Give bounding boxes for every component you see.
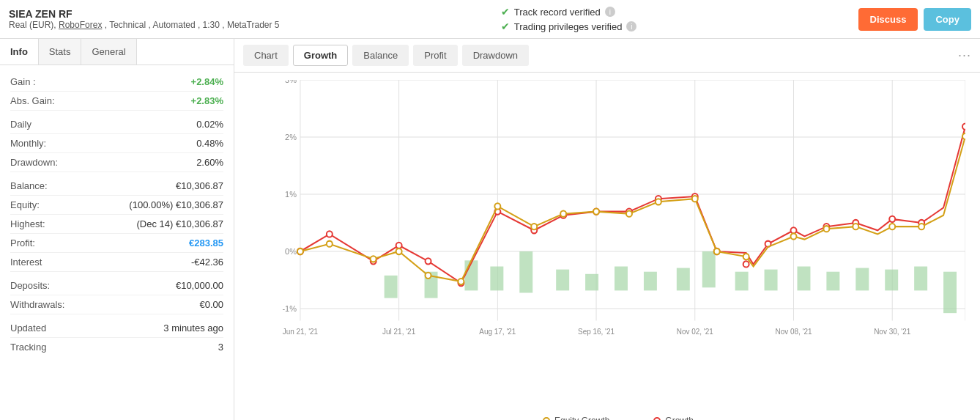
svg-text:-1%: -1% [282, 304, 297, 313]
svg-text:Nov 02, '21: Nov 02, '21 [677, 328, 713, 336]
svg-rect-44 [943, 272, 957, 313]
highest-value: (Dec 14) €10,306.87 [136, 218, 223, 229]
discuss-button[interactable]: Discuss [858, 8, 918, 31]
svg-text:Sep 16, '21: Sep 16, '21 [578, 328, 615, 336]
svg-rect-33 [615, 267, 628, 291]
highest-label: Highest: [10, 218, 45, 229]
withdrawals-label: Withdrawals: [10, 299, 64, 310]
svg-point-69 [371, 256, 376, 262]
gain-label: Gain : [10, 76, 36, 87]
withdrawals-value: €0.00 [199, 299, 223, 310]
deposits-label: Deposits: [10, 280, 50, 291]
svg-point-66 [962, 124, 965, 130]
svg-point-81 [743, 254, 749, 259]
legend-growth-dot [653, 417, 661, 420]
trading-privileges-label: Trading privileges verified [514, 21, 623, 32]
check-icon-1: ✔ [501, 6, 510, 18]
svg-rect-39 [797, 267, 810, 291]
header: SIEA ZEN RF Real (EUR), RoboForex , Tech… [0, 0, 980, 39]
svg-point-73 [494, 203, 500, 209]
stats-table: Gain : +2.84% Abs. Gain: +2.83% Daily 0.… [0, 65, 234, 364]
svg-point-67 [297, 248, 303, 254]
right-panel: Chart Growth Balance Profit Drawdown ··· [234, 39, 980, 420]
chart-tab-drawdown[interactable]: Drawdown [462, 45, 529, 66]
svg-rect-37 [735, 272, 749, 291]
svg-point-86 [918, 224, 924, 229]
stat-deposits: Deposits: €10,000.00 [10, 276, 223, 295]
monthly-value: 0.48% [196, 138, 223, 149]
stat-highest: Highest: (Dec 14) €10,306.87 [10, 215, 223, 234]
main-content: Info Stats General Gain : +2.84% Abs. Ga… [0, 39, 980, 420]
copy-button[interactable]: Copy [924, 8, 971, 31]
svg-text:3%: 3% [285, 80, 297, 84]
broker-link[interactable]: RoboForex [59, 20, 102, 30]
chart-more-options[interactable]: ··· [958, 48, 971, 63]
svg-point-71 [426, 273, 431, 279]
svg-rect-32 [585, 274, 598, 291]
svg-rect-38 [765, 270, 778, 291]
svg-rect-41 [855, 268, 869, 291]
legend-growth: Growth [631, 416, 694, 420]
account-title: SIEA ZEN RF [9, 8, 280, 20]
drawdown-value: 2.60% [196, 157, 223, 168]
tab-general[interactable]: General [81, 39, 136, 65]
profit-label: Profit: [10, 237, 35, 248]
deposits-value: €10,000.00 [176, 280, 223, 291]
stat-balance: Balance: €10,306.87 [10, 177, 223, 196]
svg-text:Nov 08, '21: Nov 08, '21 [775, 328, 812, 336]
chart-tab-chart[interactable]: Chart [243, 45, 289, 66]
left-panel: Info Stats General Gain : +2.84% Abs. Ga… [0, 39, 234, 420]
track-record-verified: ✔ Track record verified i [501, 6, 637, 18]
stat-interest: Interest -€42.36 [10, 253, 223, 272]
gain-value: +2.84% [191, 76, 223, 87]
tab-stats[interactable]: Stats [39, 39, 82, 65]
legend-equity-label: Equity Growth [554, 416, 609, 420]
chart-tab-profit[interactable]: Profit [413, 45, 457, 66]
updated-value: 3 minutes ago [163, 323, 223, 334]
svg-point-46 [327, 231, 333, 237]
svg-rect-31 [556, 270, 569, 291]
abs-gain-label: Abs. Gain: [10, 95, 55, 106]
tab-info[interactable]: Info [0, 39, 39, 65]
svg-text:Jun 21, '21: Jun 21, '21 [283, 328, 319, 336]
stat-withdrawals: Withdrawals: €0.00 [10, 295, 223, 314]
svg-point-48 [396, 243, 402, 248]
svg-text:Aug 17, '21: Aug 17, '21 [479, 328, 516, 336]
stat-abs-gain: Abs. Gain: +2.83% [10, 92, 223, 111]
svg-point-80 [714, 248, 720, 254]
abs-gain-value: +2.83% [191, 95, 223, 106]
stat-updated: Updated 3 minutes ago [10, 319, 223, 338]
chart-tab-balance[interactable]: Balance [352, 45, 409, 66]
tracking-label: Tracking [10, 342, 46, 353]
growth-chart: 3% 2% 1% 0% -1% Jun 21, '21 Jul 21, '21 … [271, 80, 965, 366]
stat-daily: Daily 0.02% [10, 115, 223, 134]
svg-rect-34 [644, 272, 657, 291]
svg-point-68 [327, 241, 333, 247]
chart-area: 3% 2% 1% 0% -1% Jun 21, '21 Jul 21, '21 … [234, 73, 980, 410]
info-icon-1[interactable]: i [605, 7, 615, 17]
svg-point-64 [889, 216, 895, 222]
svg-point-83 [823, 226, 829, 232]
monthly-label: Monthly: [10, 138, 46, 149]
tracking-value: 3 [218, 342, 223, 353]
check-icon-2: ✔ [501, 21, 510, 32]
track-record-label: Track record verified [514, 7, 601, 18]
info-icon-2[interactable]: i [626, 21, 636, 32]
trading-privileges-verified: ✔ Trading privileges verified i [501, 21, 637, 32]
equity-value: (100.00%) €10,306.87 [129, 199, 223, 210]
svg-point-77 [626, 211, 632, 217]
svg-point-87 [962, 133, 965, 139]
svg-rect-40 [826, 272, 839, 291]
daily-value: 0.02% [196, 119, 223, 130]
account-subtitle: Real (EUR), RoboForex , Technical , Auto… [9, 20, 280, 30]
svg-text:Jul 21, '21: Jul 21, '21 [382, 328, 415, 336]
svg-point-72 [458, 279, 464, 284]
header-actions: Discuss Copy [858, 8, 971, 31]
updated-label: Updated [10, 323, 46, 334]
stat-equity: Equity: (100.00%) €10,306.87 [10, 196, 223, 215]
svg-point-59 [743, 261, 749, 267]
svg-rect-30 [519, 251, 532, 292]
chart-tab-growth[interactable]: Growth [293, 45, 349, 66]
svg-rect-29 [490, 267, 503, 291]
equity-label: Equity: [10, 199, 40, 210]
